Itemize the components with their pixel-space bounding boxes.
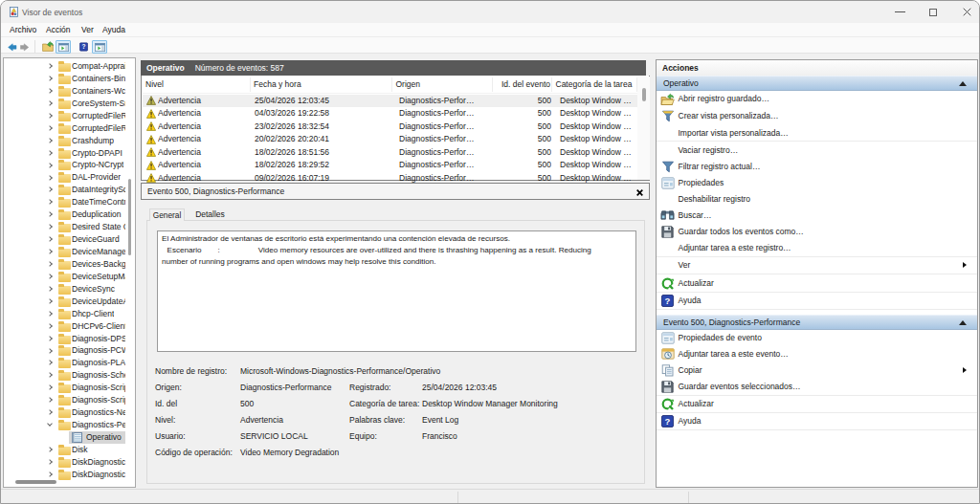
svg-text:?: ? <box>665 296 671 306</box>
svg-text:?: ? <box>665 416 671 427</box>
svg-text:?: ? <box>81 43 85 50</box>
